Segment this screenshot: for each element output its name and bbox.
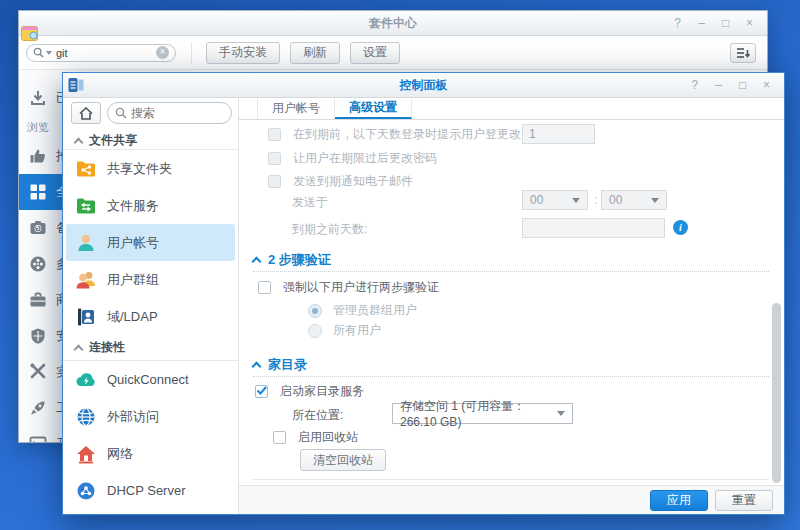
apply-button[interactable]: 应用 <box>650 490 708 511</box>
terminal-icon <box>29 435 47 443</box>
sidebar-item-network[interactable]: 网络 <box>66 435 235 472</box>
minimize-icon[interactable]: – <box>694 16 709 31</box>
sidebar-item-file-services[interactable]: 文件服务 <box>66 187 235 224</box>
days-before-input[interactable] <box>522 218 665 238</box>
backup-icon <box>29 219 47 237</box>
toolbar-divider <box>191 42 192 64</box>
sidebar-item-domain-ldap[interactable]: 域/LDAP <box>66 298 235 335</box>
rocket-icon <box>29 399 47 417</box>
location-label: 所在位置: <box>292 407 343 424</box>
file-services-icon <box>75 195 97 217</box>
shield-icon <box>29 327 47 345</box>
sidebar-item-user-group[interactable]: 用户群组 <box>66 261 235 298</box>
sidebar-item-label: 用户群组 <box>107 271 159 289</box>
sidebar-search-input[interactable] <box>131 106 211 120</box>
package-center-titlebar[interactable]: 套件中心 ? – □ × <box>19 11 767 36</box>
package-search-input[interactable] <box>56 47 136 59</box>
chevron-down-icon <box>651 198 659 203</box>
info-icon[interactable]: i <box>673 220 688 235</box>
package-center-app-icon <box>21 24 38 41</box>
close-icon[interactable]: × <box>742 16 757 31</box>
domain-ldap-icon <box>75 306 97 328</box>
manual-install-button[interactable]: 手动安装 <box>206 42 280 64</box>
help-icon[interactable]: ? <box>670 16 685 31</box>
enable-home-service-checkbox[interactable] <box>255 385 268 398</box>
users-group-icon <box>75 269 97 291</box>
maximize-icon[interactable]: □ <box>718 16 733 31</box>
sidebar-section-file-sharing[interactable]: 文件共享 <box>63 132 238 150</box>
admin-group-radio[interactable] <box>308 304 322 318</box>
section-home-folder[interactable]: 家目录 <box>253 356 307 374</box>
empty-recycle-bin-button[interactable]: 清空回收站 <box>300 449 386 471</box>
send-expiry-email-label: 发送到期通知电子邮件 <box>293 173 413 190</box>
search-filter-arrow-icon[interactable] <box>46 51 52 55</box>
sidebar-item-label: 网络 <box>107 445 133 463</box>
prompt-change-password-label: 在到期前，以下天数登录时提示用户登更改密码 <box>293 126 545 143</box>
sidebar-item-label: DHCP Server <box>107 483 186 498</box>
sidebar-item-label: 文件服务 <box>107 197 159 215</box>
control-panel-titlebar[interactable]: 控制面板 ? – □ × <box>63 73 784 98</box>
help-icon[interactable]: ? <box>687 78 702 93</box>
vertical-scrollbar[interactable] <box>772 303 781 483</box>
enforce-two-step-checkbox[interactable] <box>258 281 271 294</box>
tab-advanced-settings[interactable]: 高级设置 <box>335 98 412 119</box>
checkmark-icon <box>255 384 268 397</box>
minimize-icon[interactable]: – <box>711 78 726 93</box>
control-panel-window: 控制面板 ? – □ × <box>62 72 785 515</box>
allow-change-after-checkbox[interactable] <box>268 152 281 165</box>
dhcp-icon <box>75 480 97 502</box>
control-panel-app-icon <box>68 77 84 93</box>
location-select[interactable]: 存储空间 1 (可用容量： 266.10 GB) <box>392 403 573 424</box>
all-users-radio[interactable] <box>308 324 322 338</box>
sidebar-search-box[interactable] <box>107 102 232 124</box>
section-divider <box>253 271 769 272</box>
maximize-icon[interactable]: □ <box>735 78 750 93</box>
admin-group-label: 管理员群组用户 <box>333 302 417 319</box>
content-divider <box>253 479 769 480</box>
quickconnect-icon <box>75 369 97 391</box>
grid-icon <box>29 183 47 201</box>
user-icon <box>75 232 97 254</box>
clear-search-icon[interactable] <box>156 46 169 59</box>
sidebar-item-label: 共享文件夹 <box>107 160 172 178</box>
allow-change-after-label: 让用户在期限过后更改密码 <box>293 150 437 167</box>
chevron-down-icon <box>557 411 565 416</box>
sidebar-item-dhcp-server[interactable]: DHCP Server <box>66 472 235 509</box>
prompt-change-password-checkbox[interactable] <box>268 128 281 141</box>
send-expiry-email-checkbox[interactable] <box>268 175 281 188</box>
network-icon <box>75 443 97 465</box>
time-separator: : <box>594 193 597 207</box>
footer-bar: 应用 重置 <box>239 485 784 515</box>
send-hour-select[interactable]: 00 <box>522 190 588 210</box>
window-title: 控制面板 <box>63 77 784 94</box>
tab-user-account[interactable]: 用户帐号 <box>257 98 335 119</box>
enable-recycle-bin-label: 启用回收站 <box>298 429 358 446</box>
sidebar-item-shared-folder[interactable]: 共享文件夹 <box>66 150 235 187</box>
package-center-toolbar: 手动安装 刷新 设置 <box>19 36 767 70</box>
sidebar-item-label: 外部访问 <box>107 408 159 426</box>
sidebar-section-connectivity[interactable]: 连接性 <box>63 335 238 361</box>
package-search-box[interactable] <box>26 44 176 62</box>
home-button[interactable] <box>71 102 101 124</box>
sidebar-item-label: 域/LDAP <box>107 308 158 326</box>
close-icon[interactable]: × <box>759 78 774 93</box>
window-title: 套件中心 <box>19 15 767 32</box>
settings-button[interactable]: 设置 <box>350 42 400 64</box>
send-minute-select[interactable]: 00 <box>601 190 667 210</box>
external-access-icon <box>75 406 97 428</box>
collapse-chevron-icon <box>74 344 84 354</box>
briefcase-icon <box>29 291 47 309</box>
reset-button[interactable]: 重置 <box>715 490 773 511</box>
sort-icon <box>736 47 750 59</box>
advanced-settings-panel: 在到期前，以下天数登录时提示用户登更改密码 让用户在期限过后更改密码 发送到期通… <box>239 120 784 485</box>
refresh-button[interactable]: 刷新 <box>290 42 340 64</box>
sidebar-item-quickconnect[interactable]: QuickConnect <box>66 361 235 398</box>
prompt-days-input[interactable] <box>522 124 595 144</box>
send-at-label: 发送于 <box>292 194 328 211</box>
enable-recycle-bin-checkbox[interactable] <box>273 431 286 444</box>
sidebar-item-user-account[interactable]: 用户帐号 <box>66 224 235 261</box>
sort-button[interactable] <box>730 43 756 63</box>
section-two-step[interactable]: 2 步骤验证 <box>253 251 331 269</box>
sidebar-item-external-access[interactable]: 外部访问 <box>66 398 235 435</box>
collapse-chevron-icon <box>74 137 84 147</box>
